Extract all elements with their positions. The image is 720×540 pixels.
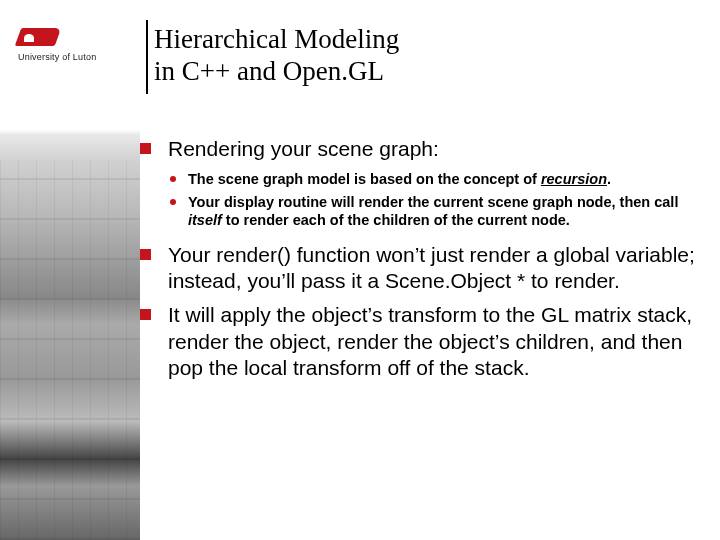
sub-bullet-text: The scene graph model is based on the co…	[188, 170, 700, 189]
slide-title: Hierarchical Modeling in C++ and Open.GL	[146, 20, 399, 94]
logo-caption: University of Luton	[18, 52, 128, 62]
list-item: It will apply the object’s transform to …	[140, 302, 700, 381]
list-item: Your display routine will render the cur…	[168, 193, 700, 230]
title-line-2: in C++ and Open.GL	[148, 56, 399, 88]
bullet-list: Rendering your scene graph: The scene gr…	[140, 136, 700, 381]
bullet-text: Your render() function won’t just render…	[168, 242, 700, 295]
text-run: to render each of the children of the cu…	[222, 212, 570, 228]
text-run: The scene graph model is based on the co…	[188, 171, 541, 187]
list-item: The scene graph model is based on the co…	[168, 170, 700, 189]
logo-mark-icon	[18, 22, 60, 48]
list-item: Your render() function won’t just render…	[140, 242, 700, 295]
bullet-text: It will apply the object’s transform to …	[168, 302, 700, 381]
title-line-1: Hierarchical Modeling	[148, 24, 399, 56]
bullet-text: Rendering your scene graph:	[168, 136, 700, 162]
list-item: Rendering your scene graph: The scene gr…	[140, 136, 700, 230]
slide-body: Rendering your scene graph: The scene gr…	[140, 136, 700, 389]
background-building-photo	[0, 0, 140, 540]
sub-bullet-text: Your display routine will render the cur…	[188, 193, 700, 230]
emphasis-run: recursion	[541, 171, 607, 187]
sub-bullet-list: The scene graph model is based on the co…	[168, 170, 700, 230]
emphasis-run: itself	[188, 212, 222, 228]
text-run: Your display routine will render the cur…	[188, 194, 678, 210]
university-logo: University of Luton	[18, 22, 128, 72]
text-run: .	[607, 171, 611, 187]
